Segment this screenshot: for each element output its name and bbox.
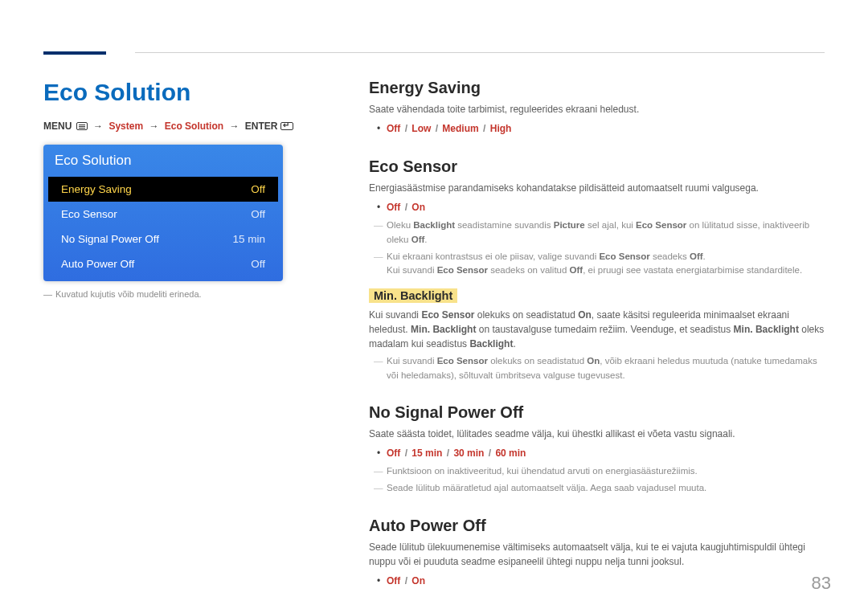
option: Off [387, 575, 400, 586]
breadcrumb-system: System [108, 121, 143, 132]
body-auto-power: Seade lülitub ülekuumenemise vältimiseks… [369, 540, 825, 569]
options-eco-sensor: Off / On [369, 200, 825, 215]
options-auto-power: Off / On [369, 574, 825, 589]
option: High [490, 123, 512, 134]
option: 60 min [495, 447, 526, 459]
arrow-icon: → [93, 121, 103, 132]
page-number: 83 [812, 573, 831, 594]
osd-row-eco-sensor[interactable]: Eco Sensor Off [48, 202, 278, 227]
osd-row-label: Eco Sensor [61, 208, 117, 220]
enter-icon [280, 122, 293, 130]
option: Off [387, 447, 400, 459]
option: Medium [442, 123, 478, 134]
osd-row-value: Off [251, 183, 265, 195]
breadcrumb: MENU → System → Eco Solution → ENTER [43, 121, 325, 132]
osd-row-no-signal[interactable]: No Signal Power Off 15 min [48, 227, 278, 251]
figure-footnote: ―Kuvatud kujutis võib mudeliti erineda. [43, 289, 325, 299]
dash-icon: ― [43, 289, 52, 299]
osd-row-energy-saving[interactable]: Energy Saving Off [48, 177, 278, 202]
osd-panel: Eco Solution Energy Saving Off Eco Senso… [43, 145, 283, 281]
option: 30 min [453, 447, 484, 459]
option: On [411, 575, 425, 586]
arrow-icon: → [229, 121, 239, 132]
heading-auto-power: Auto Power Off [369, 517, 825, 535]
page-title: Eco Solution [43, 79, 325, 106]
osd-row-value: 15 min [232, 233, 265, 245]
body-eco-sensor: Energiasäästmise parandamiseks kohandata… [369, 181, 825, 195]
note-no-signal-1: Funktsioon on inaktiveeritud, kui ühenda… [369, 464, 825, 478]
body-no-signal: Saate säästa toidet, lülitades seadme vä… [369, 427, 825, 441]
note-min-backlight: Kui suvandi Eco Sensor olekuks on seadis… [369, 354, 825, 382]
heading-energy-saving: Energy Saving [369, 79, 825, 97]
osd-row-label: Energy Saving [61, 183, 132, 195]
option: Off [387, 123, 400, 134]
options-energy-saving: Off / Low / Medium / High [369, 121, 825, 137]
option: 15 min [411, 447, 442, 459]
option: Off [387, 202, 400, 213]
osd-row-value: Off [251, 208, 265, 220]
note-no-signal-2: Seade lülitub määratletud ajal automaats… [369, 481, 825, 495]
option: Low [411, 123, 431, 134]
header-accent [43, 51, 106, 55]
osd-row-value: Off [251, 258, 265, 270]
arrow-icon: → [149, 121, 158, 132]
menu-icon [76, 122, 88, 130]
note-eco-1: Oleku Backlight seadistamine suvandis Pi… [369, 219, 825, 247]
heading-no-signal: No Signal Power Off [369, 403, 825, 422]
body-energy-saving: Saate vähendada toite tarbimist, regulee… [369, 102, 825, 116]
osd-row-label: Auto Power Off [61, 258, 134, 270]
heading-eco-sensor: Eco Sensor [369, 157, 825, 176]
note-eco-2: Kui ekraani kontrastsus ei ole piisav, v… [369, 250, 825, 264]
header-rule [135, 52, 825, 53]
osd-row-label: No Signal Power Off [61, 233, 159, 245]
enter-label: ENTER [245, 121, 278, 132]
osd-row-auto-power[interactable]: Auto Power Off Off [48, 251, 278, 281]
note-eco-2b: x Kui suvandi Eco Sensor seadeks on vali… [369, 264, 825, 277]
heading-min-backlight: Min. Backlight [369, 288, 457, 303]
menu-label: MENU [43, 121, 72, 132]
body-min-backlight: Kui suvandi Eco Sensor olekuks on seadis… [369, 308, 825, 351]
option: On [411, 202, 425, 213]
osd-title: Eco Solution [43, 145, 283, 177]
breadcrumb-eco: Eco Solution [165, 121, 223, 132]
footnote-text: Kuvatud kujutis võib mudeliti erineda. [55, 289, 202, 299]
options-no-signal: Off / 15 min / 30 min / 60 min [369, 446, 825, 461]
